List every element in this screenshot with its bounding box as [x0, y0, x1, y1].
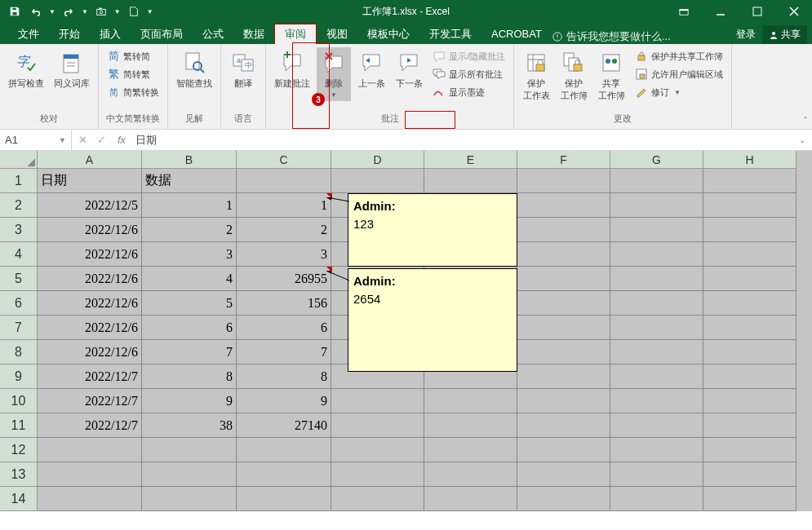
- tab-view[interactable]: 视图: [317, 24, 357, 44]
- cell-D10[interactable]: [331, 389, 424, 413]
- cell-D1[interactable]: [331, 169, 424, 193]
- protect-sheet-button[interactable]: 保护 工作表: [519, 47, 553, 104]
- cell-D12[interactable]: [331, 438, 424, 462]
- formula-input[interactable]: 日期: [131, 133, 792, 148]
- row-header-9[interactable]: 9: [0, 364, 38, 389]
- cell-C5[interactable]: 26955: [237, 267, 331, 291]
- row-header-7[interactable]: 7: [0, 316, 38, 340]
- cell-F8[interactable]: [517, 340, 610, 364]
- cell-B5[interactable]: 4: [142, 267, 237, 291]
- simp-to-trad-button[interactable]: 繁简转繁: [104, 65, 162, 83]
- tab-formula[interactable]: 公式: [193, 24, 233, 44]
- track-changes-button[interactable]: 修订▼: [632, 83, 726, 101]
- cell-E13[interactable]: [424, 462, 517, 487]
- cell-E11[interactable]: [424, 413, 517, 438]
- cell-D11[interactable]: [331, 413, 424, 438]
- tab-template[interactable]: 模板中心: [357, 24, 419, 44]
- cell-F3[interactable]: [517, 218, 610, 242]
- cell-B2[interactable]: 1: [142, 193, 237, 218]
- cell-B9[interactable]: 8: [142, 364, 237, 389]
- tab-file[interactable]: 文件: [8, 24, 49, 44]
- row-header-2[interactable]: 2: [0, 193, 38, 218]
- expand-formula-bar-button[interactable]: ⌄: [792, 135, 812, 144]
- minimize-button[interactable]: [702, 0, 739, 23]
- cell-C9[interactable]: 8: [237, 364, 331, 389]
- col-header-G[interactable]: G: [610, 151, 703, 169]
- save-button[interactable]: [7, 3, 23, 20]
- cell-B14[interactable]: [142, 487, 237, 511]
- insert-function-button[interactable]: fx: [113, 134, 131, 146]
- cell-G6[interactable]: [610, 291, 703, 316]
- cell-A13[interactable]: [38, 462, 142, 487]
- new-file-button[interactable]: [126, 3, 142, 20]
- cell-C12[interactable]: [237, 438, 331, 462]
- cell-F13[interactable]: [517, 462, 610, 487]
- row-header-14[interactable]: 14: [0, 487, 38, 511]
- cell-C8[interactable]: 7: [237, 340, 331, 364]
- row-header-13[interactable]: 13: [0, 462, 38, 487]
- show-all-comments-button[interactable]: 显示所有批注: [429, 65, 508, 83]
- namebox-dropdown-icon[interactable]: ▼: [59, 136, 66, 144]
- redo-button[interactable]: [60, 3, 77, 20]
- cell-D14[interactable]: [331, 487, 424, 511]
- cell-F7[interactable]: [517, 316, 610, 340]
- cell-F6[interactable]: [517, 291, 610, 316]
- spell-check-button[interactable]: 字 拼写检查: [5, 47, 47, 92]
- cell-A2[interactable]: 2022/12/5: [38, 193, 142, 218]
- cell-F2[interactable]: [517, 193, 610, 218]
- cell-H7[interactable]: [703, 316, 796, 340]
- row-header-4[interactable]: 4: [0, 242, 38, 267]
- cell-H12[interactable]: [703, 438, 796, 462]
- cell-H8[interactable]: [703, 340, 796, 364]
- comment-box-1[interactable]: Admin: 123: [348, 193, 517, 267]
- cell-G2[interactable]: [610, 193, 703, 218]
- cell-H10[interactable]: [703, 389, 796, 413]
- cell-H14[interactable]: [703, 487, 796, 511]
- maximize-button[interactable]: [739, 0, 775, 23]
- cell-F11[interactable]: [517, 413, 610, 438]
- next-comment-button[interactable]: 下一条: [392, 47, 426, 101]
- cell-C7[interactable]: 6: [237, 316, 331, 340]
- cell-H6[interactable]: [703, 291, 796, 316]
- row-header-11[interactable]: 11: [0, 413, 38, 438]
- share-workbook-button[interactable]: 共享 工作簿: [594, 47, 628, 104]
- cell-A3[interactable]: 2022/12/6: [38, 218, 142, 242]
- cell-A12[interactable]: [38, 438, 142, 462]
- cell-F5[interactable]: [517, 267, 610, 291]
- cell-B10[interactable]: 9: [142, 389, 237, 413]
- cell-E1[interactable]: [424, 169, 517, 193]
- cell-H11[interactable]: [703, 413, 796, 438]
- select-all-corner[interactable]: [0, 151, 38, 169]
- row-header-1[interactable]: 1: [0, 169, 38, 193]
- tab-layout[interactable]: 页面布局: [131, 24, 193, 44]
- tab-insert[interactable]: 插入: [90, 24, 131, 44]
- col-header-C[interactable]: C: [237, 151, 331, 169]
- cell-E10[interactable]: [424, 389, 517, 413]
- cell-B1[interactable]: 数据: [142, 169, 237, 193]
- trad-to-simp-button[interactable]: 简繁转简: [104, 47, 162, 65]
- cell-A4[interactable]: 2022/12/6: [38, 242, 142, 267]
- row-header-3[interactable]: 3: [0, 218, 38, 242]
- cancel-formula-button[interactable]: ✕: [78, 134, 87, 146]
- cell-B8[interactable]: 7: [142, 340, 237, 364]
- cell-C13[interactable]: [237, 462, 331, 487]
- cell-A5[interactable]: 2022/12/6: [38, 267, 142, 291]
- cell-H3[interactable]: [703, 218, 796, 242]
- col-header-F[interactable]: F: [517, 151, 610, 169]
- cell-C2[interactable]: 1: [237, 193, 331, 218]
- cell-B12[interactable]: [142, 438, 237, 462]
- cell-F9[interactable]: [517, 364, 610, 389]
- tab-acrobat[interactable]: ACROBAT: [481, 24, 552, 44]
- smart-lookup-button[interactable]: 智能查找: [173, 47, 215, 92]
- delete-comment-button[interactable]: 删除 ▼ 3: [317, 47, 351, 101]
- cell-H5[interactable]: [703, 267, 796, 291]
- cell-A6[interactable]: 2022/12/6: [38, 291, 142, 316]
- cell-B3[interactable]: 2: [142, 218, 237, 242]
- col-header-E[interactable]: E: [424, 151, 517, 169]
- thesaurus-button[interactable]: 同义词库: [51, 47, 93, 92]
- cell-G4[interactable]: [610, 242, 703, 267]
- tell-me-box[interactable]: 告诉我您想要做什么...: [552, 29, 671, 44]
- cell-E12[interactable]: [424, 438, 517, 462]
- confirm-formula-button[interactable]: ✓: [97, 134, 106, 146]
- cell-H9[interactable]: [703, 364, 796, 389]
